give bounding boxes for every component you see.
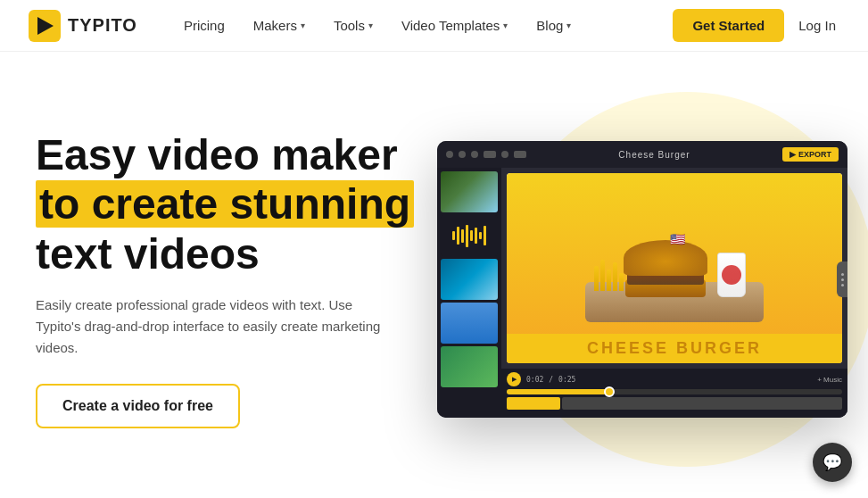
mockup-body: 🇺🇸 CHEESE BURGER: [437, 168, 847, 418]
fries: [594, 260, 624, 291]
canvas-area[interactable]: 🇺🇸 CHEESE BURGER: [507, 173, 842, 363]
login-button[interactable]: Log In: [795, 11, 839, 40]
thumb-3[interactable]: [441, 259, 498, 300]
fry-4: [613, 262, 617, 291]
nav-actions: Get Started Log In: [673, 9, 839, 42]
fry-1: [594, 266, 599, 291]
get-started-button[interactable]: Get Started: [673, 9, 784, 42]
wbar-6: [475, 228, 477, 244]
nav-video-templates[interactable]: Video Templates ▾: [391, 11, 518, 40]
export-button[interactable]: ▶ EXPORT: [782, 147, 839, 162]
media-panel: [437, 168, 501, 418]
thumb-2[interactable]: [441, 215, 498, 256]
cup-logo: [722, 265, 741, 285]
topbar-dot-2: [459, 151, 466, 158]
thumb-4[interactable]: [441, 303, 498, 344]
wbar-4: [466, 225, 468, 247]
fry-5: [619, 273, 624, 291]
navbar: TYPITO Pricing Makers ▾ Tools ▾ Video Te…: [0, 0, 868, 52]
fry-2: [600, 260, 605, 291]
flag: 🇺🇸: [670, 232, 685, 246]
hero-subtitle: Easily create professional grade videos …: [36, 295, 393, 359]
time-separator: /: [549, 376, 553, 384]
timeline-clips: [507, 397, 842, 410]
topbar-dot-4: [484, 151, 496, 158]
topbar-dot-1: [446, 151, 453, 158]
blog-chevron-icon: ▾: [566, 21, 571, 30]
hero-title: Easy video maker to create stunning text…: [36, 130, 419, 278]
chat-button[interactable]: 💬: [813, 443, 852, 482]
waveform: [452, 222, 486, 249]
bun-top: [624, 240, 707, 276]
timeline-scrubber[interactable]: [507, 389, 842, 394]
brand-name: TYPITO: [68, 15, 137, 36]
mockup-title: Cheese Burger: [618, 150, 690, 160]
nav-tools[interactable]: Tools ▾: [323, 11, 384, 40]
templates-chevron-icon: ▾: [503, 21, 508, 30]
topbar-dot-6: [514, 151, 526, 158]
time-current: 0:02: [526, 376, 543, 384]
time-total: 0:25: [558, 376, 575, 384]
clip-rest[interactable]: [562, 397, 842, 410]
hero-visual: Cheese Burger ▶ EXPORT: [419, 79, 847, 480]
timeline: ▶ 0:02 / 0:25 + Music: [501, 369, 847, 418]
wbar-5: [470, 230, 473, 241]
handle-dot-3: [841, 284, 844, 286]
handle-dot-1: [841, 273, 844, 276]
hero-section: Easy video maker to create stunning text…: [0, 52, 868, 498]
logo-link[interactable]: TYPITO: [29, 10, 137, 42]
nav-blog[interactable]: Blog ▾: [525, 11, 582, 40]
handle-dots: [841, 273, 844, 286]
chat-icon: 💬: [823, 452, 842, 472]
wbar-2: [457, 227, 459, 245]
topbar-dot-5: [501, 151, 508, 158]
music-label[interactable]: + Music: [817, 376, 842, 384]
cup: [717, 253, 746, 297]
play-button[interactable]: ▶: [507, 372, 521, 386]
canvas-text-overlay: CHEESE BURGER: [507, 334, 842, 363]
nav-pricing[interactable]: Pricing: [173, 11, 236, 40]
wbar-7: [479, 232, 482, 239]
nav-links: Pricing Makers ▾ Tools ▾ Video Templates…: [173, 11, 674, 40]
thumb-5[interactable]: [441, 346, 498, 387]
thumb-1[interactable]: [441, 171, 498, 212]
handle-dot-2: [841, 278, 844, 281]
fry-3: [607, 270, 611, 291]
create-video-button[interactable]: Create a video for free: [36, 384, 240, 428]
canvas-title-text: CHEESE BURGER: [587, 339, 762, 357]
clip-active[interactable]: [507, 397, 560, 410]
wbar-8: [484, 226, 486, 245]
topbar-icons: [446, 151, 526, 158]
logo-icon: [29, 10, 61, 42]
wbar-1: [452, 231, 455, 240]
wbar-3: [461, 229, 464, 243]
food-plate: 🇺🇸: [576, 206, 773, 331]
hero-content: Easy video maker to create stunning text…: [36, 130, 419, 428]
export-icon: ▶: [789, 150, 796, 159]
mockup-topbar: Cheese Burger ▶ EXPORT: [437, 141, 847, 168]
makers-chevron-icon: ▾: [301, 21, 305, 30]
app-mockup: Cheese Burger ▶ EXPORT: [437, 141, 847, 418]
timeline-thumb[interactable]: [604, 386, 615, 397]
tools-chevron-icon: ▾: [368, 21, 373, 30]
right-panel-handle[interactable]: [837, 261, 847, 297]
main-canvas: 🇺🇸 CHEESE BURGER: [501, 168, 847, 418]
timeline-progress: [507, 389, 608, 394]
topbar-dot-3: [471, 151, 478, 158]
nav-makers[interactable]: Makers ▾: [243, 11, 316, 40]
timeline-controls: ▶ 0:02 / 0:25 + Music: [507, 372, 842, 386]
